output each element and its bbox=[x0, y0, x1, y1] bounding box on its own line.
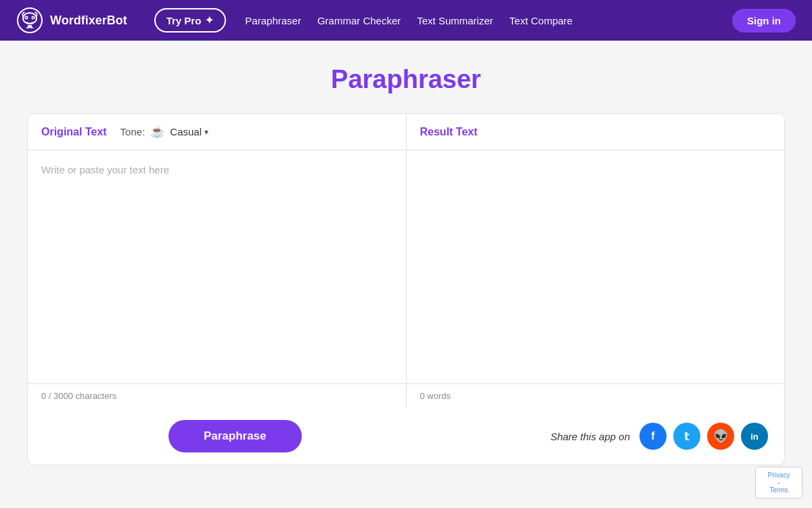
try-pro-label: Try Pro bbox=[166, 15, 202, 26]
chevron-down-icon: ▾ bbox=[204, 127, 208, 137]
svg-point-0 bbox=[18, 8, 42, 33]
svg-rect-7 bbox=[26, 27, 29, 28]
nav-link-grammar-checker[interactable]: Grammar Checker bbox=[317, 15, 401, 26]
share-section: Share this app on f 𝕥 👽 in bbox=[550, 423, 768, 450]
char-counter: 0 / 3000 characters bbox=[28, 384, 407, 408]
facebook-icon: f bbox=[651, 430, 654, 442]
recaptcha-terms[interactable]: Terms bbox=[761, 486, 796, 494]
paraphrase-button[interactable]: Paraphrase bbox=[168, 420, 302, 452]
bottom-actions: Paraphrase Share this app on f 𝕥 👽 in bbox=[28, 408, 784, 465]
brand-icon bbox=[16, 7, 43, 34]
page-title: Paraphraser bbox=[27, 65, 785, 94]
recaptcha-privacy[interactable]: Privacy bbox=[761, 471, 796, 479]
original-text-label: Original Text bbox=[41, 126, 107, 138]
nav-links: Paraphraser Grammar Checker Text Summari… bbox=[245, 15, 719, 26]
share-label: Share this app on bbox=[550, 431, 630, 442]
nav-link-paraphraser[interactable]: Paraphraser bbox=[245, 15, 301, 26]
tone-selector: Tone: ☕ Casual ▾ bbox=[120, 125, 208, 139]
share-reddit-button[interactable]: 👽 bbox=[707, 423, 734, 450]
reddit-icon: 👽 bbox=[713, 429, 728, 444]
counters: 0 / 3000 characters 0 words bbox=[28, 383, 784, 408]
share-linkedin-button[interactable]: in bbox=[741, 423, 768, 450]
share-icons: f 𝕥 👽 in bbox=[639, 423, 768, 450]
navbar: WordfixerBot Try Pro ✦ Paraphraser Gramm… bbox=[0, 0, 812, 41]
result-text-label: Result Text bbox=[420, 126, 478, 138]
nav-link-text-summarizer[interactable]: Text Summarizer bbox=[417, 15, 493, 26]
svg-point-5 bbox=[32, 17, 34, 18]
svg-point-4 bbox=[26, 17, 27, 18]
twitter-icon: 𝕥 bbox=[684, 430, 689, 443]
text-panels bbox=[28, 150, 784, 383]
linkedin-icon: in bbox=[750, 431, 759, 442]
svg-rect-8 bbox=[30, 27, 33, 28]
original-text-input[interactable] bbox=[28, 150, 406, 383]
panel-headers: Original Text Tone: ☕ Casual ▾ Result Te… bbox=[28, 114, 784, 150]
left-panel-header: Original Text Tone: ☕ Casual ▾ bbox=[28, 114, 407, 150]
right-text-panel bbox=[407, 150, 785, 383]
nav-link-text-compare[interactable]: Text Compare bbox=[510, 15, 572, 26]
sign-in-button[interactable]: Sign in bbox=[732, 9, 796, 33]
brand-name: WordfixerBot bbox=[50, 14, 127, 28]
right-panel-header: Result Text bbox=[407, 114, 785, 150]
result-text-area bbox=[407, 150, 785, 383]
try-pro-icon: ✦ bbox=[205, 14, 214, 26]
tone-value: Casual bbox=[170, 126, 202, 137]
tone-emoji-icon: ☕ bbox=[150, 125, 164, 139]
brand-logo[interactable]: WordfixerBot bbox=[16, 7, 127, 34]
word-counter: 0 words bbox=[407, 384, 785, 408]
tone-dropdown[interactable]: Casual ▾ bbox=[170, 126, 208, 137]
left-text-panel bbox=[28, 150, 407, 383]
try-pro-button[interactable]: Try Pro ✦ bbox=[154, 8, 227, 33]
share-twitter-button[interactable]: 𝕥 bbox=[673, 423, 700, 450]
share-facebook-button[interactable]: f bbox=[639, 423, 667, 450]
recaptcha-badge: Privacy - Terms bbox=[755, 467, 803, 499]
tone-label: Tone: bbox=[120, 126, 145, 137]
recaptcha-separator: - bbox=[777, 479, 780, 486]
main-content: Paraphraser Original Text Tone: ☕ Casual… bbox=[14, 41, 798, 492]
tool-card: Original Text Tone: ☕ Casual ▾ Result Te… bbox=[27, 113, 785, 465]
